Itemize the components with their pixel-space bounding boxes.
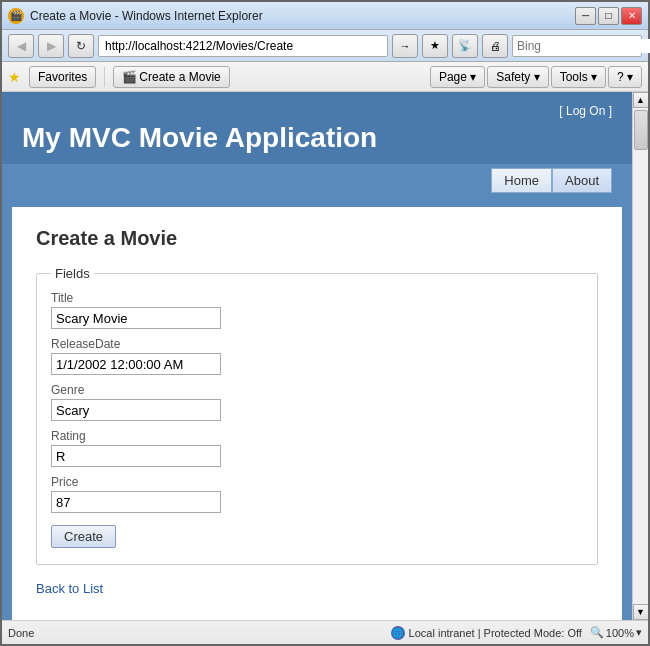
- status-zone: 🌐 Local intranet | Protected Mode: Off: [391, 626, 582, 640]
- feed-icon[interactable]: 📡: [452, 34, 478, 58]
- tools-menu[interactable]: Tools ▾: [551, 66, 606, 88]
- tab-text: Create a Movie: [139, 70, 220, 84]
- fieldset-legend: Fields: [51, 266, 94, 281]
- maximize-button[interactable]: □: [598, 7, 619, 25]
- rating-input[interactable]: [51, 445, 221, 467]
- release-date-input[interactable]: [51, 353, 221, 375]
- scroll-up-arrow[interactable]: ▲: [633, 92, 649, 108]
- release-date-label: ReleaseDate: [51, 337, 583, 351]
- go-button[interactable]: →: [392, 34, 418, 58]
- browser-toolbar: ★ Favorites 🎬 Create a Movie Page ▾ Safe…: [2, 62, 648, 92]
- status-text: Done: [8, 627, 391, 639]
- price-input[interactable]: [51, 491, 221, 513]
- title-bar: 🎬 Create a Movie - Windows Internet Expl…: [2, 2, 648, 30]
- tab-label[interactable]: 🎬 Create a Movie: [113, 66, 229, 88]
- page-content: [ Log On ] My MVC Movie Application Home…: [2, 92, 648, 620]
- title-field-group: Title: [51, 291, 583, 329]
- rating-label: Rating: [51, 429, 583, 443]
- main-area: Create a Movie Fields Title ReleaseDate: [2, 197, 632, 620]
- bing-input[interactable]: [513, 39, 650, 53]
- scroll-thumb[interactable]: [634, 110, 648, 150]
- site-header: [ Log On ] My MVC Movie Application: [2, 92, 632, 164]
- refresh-button[interactable]: ↻: [68, 34, 94, 58]
- browser-window: 🎬 Create a Movie - Windows Internet Expl…: [0, 0, 650, 646]
- scrollbar[interactable]: ▲ ▼: [632, 92, 648, 620]
- print-icon[interactable]: 🖨: [482, 34, 508, 58]
- price-field-group: Price: [51, 475, 583, 513]
- status-bar: Done 🌐 Local intranet | Protected Mode: …: [2, 620, 648, 644]
- address-bar[interactable]: [98, 35, 388, 57]
- zone-text: Local intranet | Protected Mode: Off: [409, 627, 582, 639]
- zoom-level: 100%: [606, 627, 634, 639]
- window-controls: ─ □ ✕: [575, 7, 642, 25]
- safety-menu[interactable]: Safety ▾: [487, 66, 548, 88]
- browser-icon: 🎬: [8, 8, 24, 24]
- favorites-button[interactable]: Favorites: [29, 66, 96, 88]
- page-heading: Create a Movie: [36, 227, 598, 250]
- title-input[interactable]: [51, 307, 221, 329]
- favorites-star-icon: ★: [8, 69, 21, 85]
- zone-icon: 🌐: [391, 626, 405, 640]
- toolbar-separator: [104, 67, 105, 87]
- site-content: [ Log On ] My MVC Movie Application Home…: [2, 92, 648, 620]
- window-title: Create a Movie - Windows Internet Explor…: [30, 9, 569, 23]
- scroll-down-arrow[interactable]: ▼: [633, 604, 649, 620]
- add-favorite-icon[interactable]: ★: [422, 34, 448, 58]
- site-nav: Home About: [2, 164, 632, 197]
- zoom-icon: 🔍: [590, 626, 604, 639]
- minimize-button[interactable]: ─: [575, 7, 596, 25]
- site-title: My MVC Movie Application: [22, 122, 612, 154]
- genre-field-group: Genre: [51, 383, 583, 421]
- status-zoom: 🔍 100% ▾: [590, 626, 642, 639]
- zoom-dropdown-icon[interactable]: ▾: [636, 626, 642, 639]
- favorites-label: Favorites: [38, 70, 87, 84]
- release-date-field-group: ReleaseDate: [51, 337, 583, 375]
- title-label: Title: [51, 291, 583, 305]
- price-label: Price: [51, 475, 583, 489]
- about-nav-button[interactable]: About: [552, 168, 612, 193]
- back-to-list-link[interactable]: Back to List: [36, 581, 103, 596]
- back-button[interactable]: ◀: [8, 34, 34, 58]
- page-menu[interactable]: Page ▾: [430, 66, 485, 88]
- content-box: Create a Movie Fields Title ReleaseDate: [12, 207, 622, 620]
- fields-fieldset: Fields Title ReleaseDate Genre: [36, 266, 598, 565]
- nav-bar: ◀ ▶ ↻ → ★ 📡 🖨 🔍: [2, 30, 648, 62]
- close-button[interactable]: ✕: [621, 7, 642, 25]
- rating-field-group: Rating: [51, 429, 583, 467]
- bing-search-bar: 🔍: [512, 35, 642, 57]
- forward-button[interactable]: ▶: [38, 34, 64, 58]
- create-button[interactable]: Create: [51, 525, 116, 548]
- help-menu[interactable]: ? ▾: [608, 66, 642, 88]
- genre-label: Genre: [51, 383, 583, 397]
- log-on-link[interactable]: [ Log On ]: [559, 104, 612, 118]
- toolbar-right: Page ▾ Safety ▾ Tools ▾ ? ▾: [430, 66, 642, 88]
- genre-input[interactable]: [51, 399, 221, 421]
- home-nav-button[interactable]: Home: [491, 168, 552, 193]
